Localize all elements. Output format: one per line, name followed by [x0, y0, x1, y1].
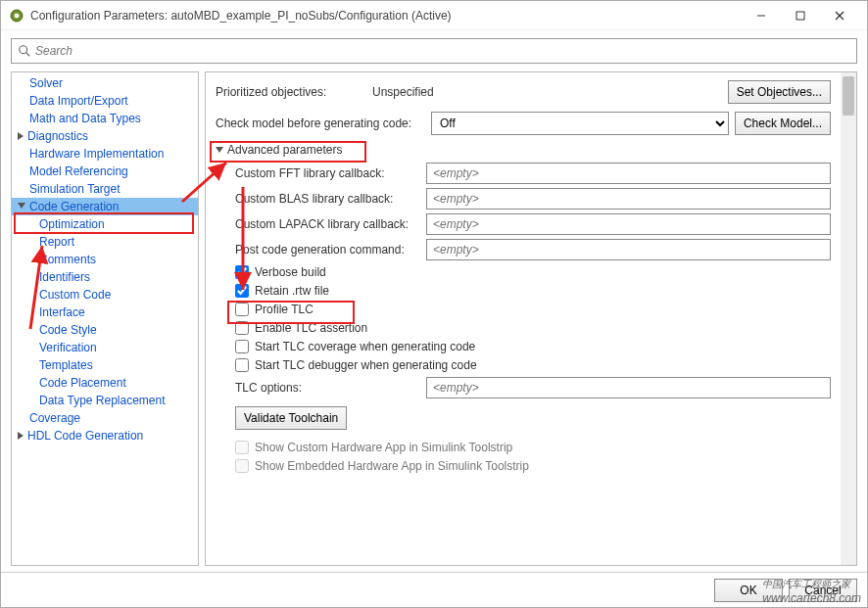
check-model-button[interactable]: Check Model... — [735, 112, 831, 135]
body: Solver Data Import/Export Math and Data … — [1, 71, 867, 572]
profile-tlc-row: Profile TLC — [235, 303, 831, 316]
svg-line-7 — [26, 53, 30, 57]
set-objectives-button[interactable]: Set Objectives... — [728, 80, 831, 104]
sidebar-item-hdl[interactable]: HDL Code Generation — [12, 427, 198, 444]
sidebar-item-optimization[interactable]: Optimization — [12, 215, 198, 233]
validate-toolchain-button[interactable]: Validate Toolchain — [235, 406, 347, 430]
show-embed-hw-row: Show Embedded Hardware App in Simulink T… — [235, 459, 831, 473]
prioritized-objectives-row: Prioritized objectives: Unspecified Set … — [216, 80, 831, 104]
window-title: Configuration Parameters: autoMBD_exampl… — [30, 9, 742, 23]
minimize-button[interactable] — [742, 2, 781, 29]
sidebar-item-diagnostics[interactable]: Diagnostics — [12, 127, 198, 145]
enable-tlc-row: Enable TLC assertion — [235, 321, 831, 335]
search-icon — [18, 44, 31, 58]
show-embed-hw-label: Show Embedded Hardware App in Simulink T… — [255, 459, 529, 473]
lapack-input[interactable] — [426, 213, 831, 235]
titlebar: Configuration Parameters: autoMBD_exampl… — [1, 1, 867, 30]
footer: OK Cancel — [1, 572, 867, 607]
search-bar[interactable] — [11, 38, 857, 64]
sidebar-item-data-import[interactable]: Data Import/Export — [12, 92, 198, 110]
postcode-label: Post code generation command: — [235, 243, 426, 257]
check-model-row: Check model before generating code: Off … — [216, 112, 831, 135]
svg-rect-3 — [796, 12, 804, 20]
sidebar-item-identifiers[interactable]: Identifiers — [12, 268, 198, 286]
scroll-thumb[interactable] — [843, 76, 854, 116]
blas-row: Custom BLAS library callback: — [235, 188, 831, 210]
svg-point-6 — [20, 46, 27, 54]
tlc-coverage-row: Start TLC coverage when generating code — [235, 340, 831, 353]
verbose-build-label: Verbose build — [255, 265, 326, 279]
sidebar-item-solver[interactable]: Solver — [12, 74, 198, 92]
sidebar-item-sim-target[interactable]: Simulation Target — [12, 180, 198, 198]
verbose-build-row: Verbose build — [235, 265, 831, 279]
tlc-debugger-row: Start TLC debugger when generating code — [235, 358, 831, 372]
lapack-row: Custom LAPACK library callback: — [235, 213, 831, 235]
enable-tlc-checkbox[interactable] — [235, 321, 249, 335]
sidebar-item-report[interactable]: Report — [12, 233, 198, 251]
postcode-row: Post code generation command: — [235, 239, 831, 260]
tlc-coverage-checkbox[interactable] — [235, 340, 249, 353]
retain-rtw-row: Retain .rtw file — [235, 284, 831, 298]
close-button[interactable] — [820, 2, 859, 29]
postcode-input[interactable] — [426, 239, 831, 260]
fft-row: Custom FFT library callback: — [235, 163, 831, 184]
window: Configuration Parameters: autoMBD_exampl… — [0, 0, 868, 608]
content-scroll[interactable]: Prioritized objectives: Unspecified Set … — [206, 72, 841, 565]
show-custom-hw-row: Show Custom Hardware App in Simulink Too… — [235, 441, 831, 454]
sidebar[interactable]: Solver Data Import/Export Math and Data … — [11, 71, 199, 566]
tlc-coverage-label: Start TLC coverage when generating code — [255, 340, 475, 353]
fft-label: Custom FFT library callback: — [235, 166, 426, 180]
blas-label: Custom BLAS library callback: — [235, 192, 426, 206]
profile-tlc-label: Profile TLC — [255, 303, 313, 316]
content-panel: Prioritized objectives: Unspecified Set … — [205, 71, 857, 566]
retain-rtw-checkbox[interactable] — [235, 284, 249, 298]
tlc-debugger-label: Start TLC debugger when generating code — [255, 358, 477, 372]
advanced-parameters-header[interactable]: Advanced parameters — [216, 143, 831, 157]
app-icon — [9, 8, 24, 23]
show-custom-hw-label: Show Custom Hardware App in Simulink Too… — [255, 441, 512, 454]
objectives-label: Prioritized objectives: — [216, 85, 372, 99]
sidebar-item-hardware[interactable]: Hardware Implementation — [12, 145, 198, 163]
check-model-select[interactable]: Off — [431, 112, 729, 135]
sidebar-item-code-style[interactable]: Code Style — [12, 321, 198, 339]
content-scrollbar[interactable] — [841, 72, 856, 565]
tlc-options-label: TLC options: — [235, 381, 426, 395]
sidebar-item-interface[interactable]: Interface — [12, 304, 198, 321]
sidebar-item-verification[interactable]: Verification — [12, 339, 198, 356]
tlc-options-input[interactable] — [426, 377, 831, 398]
cancel-button[interactable]: Cancel — [789, 579, 857, 602]
objectives-value: Unspecified — [372, 85, 722, 99]
tlc-options-row: TLC options: — [235, 377, 831, 398]
sidebar-item-coverage[interactable]: Coverage — [12, 409, 198, 427]
sidebar-item-comments[interactable]: Comments — [12, 251, 198, 268]
ok-button[interactable]: OK — [714, 579, 783, 602]
enable-tlc-label: Enable TLC assertion — [255, 321, 367, 335]
sidebar-item-data-type-replace[interactable]: Data Type Replacement — [12, 392, 198, 409]
sidebar-item-templates[interactable]: Templates — [12, 356, 198, 374]
retain-rtw-label: Retain .rtw file — [255, 284, 329, 298]
check-label: Check model before generating code: — [216, 117, 431, 130]
svg-point-1 — [15, 13, 20, 18]
show-embed-hw-checkbox — [235, 459, 249, 473]
show-custom-hw-checkbox — [235, 441, 249, 454]
sidebar-item-custom-code[interactable]: Custom Code — [12, 286, 198, 304]
fft-input[interactable] — [426, 163, 831, 184]
sidebar-item-model-ref[interactable]: Model Referencing — [12, 163, 198, 180]
lapack-label: Custom LAPACK library callback: — [235, 217, 426, 231]
verbose-build-checkbox[interactable] — [235, 265, 249, 279]
sidebar-item-code-placement[interactable]: Code Placement — [12, 374, 198, 392]
advanced-parameters-label: Advanced parameters — [227, 143, 342, 157]
profile-tlc-checkbox[interactable] — [235, 303, 249, 316]
blas-input[interactable] — [426, 188, 831, 210]
maximize-button[interactable] — [781, 2, 820, 29]
sidebar-item-code-generation[interactable]: Code Generation — [12, 198, 198, 215]
sidebar-item-math[interactable]: Math and Data Types — [12, 110, 198, 127]
tlc-debugger-checkbox[interactable] — [235, 358, 249, 372]
search-input[interactable] — [35, 44, 850, 58]
